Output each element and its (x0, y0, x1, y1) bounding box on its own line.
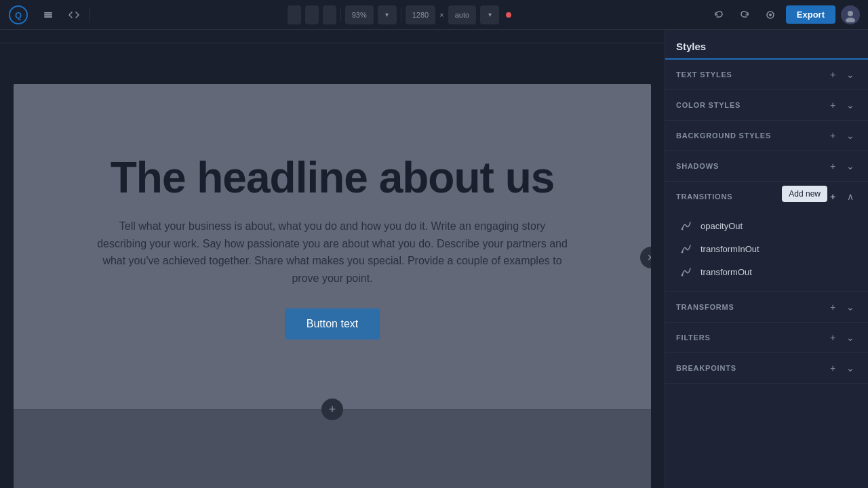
svg-rect-3 (44, 14, 52, 16)
section-filters: FILTERS + ⌄ (665, 323, 868, 353)
canvas-height-value: auto (455, 11, 469, 19)
color-styles-collapse-btn[interactable]: ⌄ (844, 98, 857, 112)
svg-point-7 (848, 11, 853, 16)
breakpoints-collapse-btn[interactable]: ⌄ (844, 361, 857, 375)
code-icon-btn[interactable] (64, 5, 84, 25)
section-breakpoints: BREAKPOINTS + ⌄ (665, 353, 868, 384)
zoom-control[interactable]: 93% (345, 5, 374, 24)
svg-rect-2 (44, 12, 52, 14)
section-text-styles-label: TEXT STYLES (676, 70, 732, 79)
ruler-horizontal (0, 30, 665, 43)
shadows-collapse-btn[interactable]: ⌄ (844, 159, 857, 173)
canvas-area: The headline about us Tell what your bus… (0, 30, 665, 488)
transition-item-transform-in-out[interactable]: transformInOut (676, 237, 857, 260)
svg-rect-4 (44, 16, 52, 18)
filters-collapse-btn[interactable]: ⌄ (844, 331, 857, 344)
breadcrumb-2[interactable] (305, 5, 319, 24)
hero-cta-button[interactable]: Button text (285, 308, 380, 340)
breakpoints-actions: + ⌄ (826, 361, 857, 375)
transforms-collapse-btn[interactable]: ⌄ (844, 300, 857, 314)
color-styles-actions: + ⌄ (826, 98, 857, 112)
section-background-styles-header[interactable]: BACKGROUND STYLES + ⌄ (665, 121, 868, 150)
hero-headline: The headline about us (111, 154, 555, 201)
svg-point-11 (682, 274, 684, 277)
main-area: The headline about us Tell what your bus… (0, 30, 868, 488)
breakpoints-add-btn[interactable]: + (826, 361, 840, 375)
transition-transform-out-icon (679, 264, 694, 279)
canvas-height-control[interactable]: auto (448, 5, 476, 24)
logo: Q (8, 5, 28, 25)
section-transitions: TRANSITIONS Add new + ∧ (665, 182, 868, 292)
preview-btn[interactable] (760, 5, 781, 25)
filters-actions: + ⌄ (826, 331, 857, 344)
page-canvas: The headline about us Tell what your bus… (14, 84, 651, 488)
export-btn[interactable]: Export (786, 5, 835, 24)
section-shadows-header[interactable]: SHADOWS + ⌄ (665, 151, 868, 181)
section-transforms-label: TRANSFORMS (676, 303, 734, 311)
transition-transform-out-label: transformOut (701, 267, 752, 277)
topbar-center: 93% ▾ 1280 × auto ▾ (96, 5, 703, 24)
status-indicator (506, 12, 511, 18)
divider-2 (340, 8, 341, 22)
section-transforms: TRANSFORMS + ⌄ (665, 292, 868, 323)
add-section-below-btn[interactable]: + (321, 399, 343, 420)
canvas-sep: × (439, 11, 443, 19)
section-background-styles: BACKGROUND STYLES + ⌄ (665, 121, 868, 151)
transition-item-transform-out[interactable]: transformOut (676, 260, 857, 283)
transforms-actions: + ⌄ (826, 300, 857, 314)
canvas-content: The headline about us Tell what your bus… (0, 43, 665, 488)
text-styles-actions: + ⌄ (826, 68, 857, 81)
color-styles-add-btn[interactable]: + (826, 98, 840, 112)
section-transitions-label: TRANSITIONS (676, 192, 732, 201)
hero-body-text: Tell what your business is about, what y… (95, 218, 570, 287)
svg-point-9 (682, 228, 684, 230)
redo-btn[interactable] (734, 5, 755, 25)
text-styles-collapse-btn[interactable]: ⌄ (844, 68, 857, 81)
svg-point-6 (769, 14, 772, 16)
section-shadows-label: SHADOWS (676, 162, 719, 170)
divider-1 (90, 8, 90, 22)
section-filters-header[interactable]: FILTERS + ⌄ (665, 323, 868, 352)
panel-title: Styles (676, 41, 706, 52)
section-breakpoints-header[interactable]: BREAKPOINTS + ⌄ (665, 353, 868, 383)
section-color-styles-header[interactable]: COLOR STYLES + ⌄ (665, 90, 868, 120)
section-transitions-header[interactable]: TRANSITIONS Add new + ∧ (665, 182, 868, 211)
topbar-right: Export (709, 5, 860, 25)
transition-transform-in-out-label: transformInOut (701, 244, 760, 254)
svg-point-10 (682, 251, 684, 253)
breadcrumb-3[interactable] (323, 5, 336, 24)
section-color-styles-label: COLOR STYLES (676, 101, 741, 109)
filters-add-btn[interactable]: + (826, 331, 840, 344)
svg-point-8 (846, 18, 855, 22)
bottom-section (14, 409, 651, 488)
shadows-add-btn[interactable]: + (826, 159, 840, 173)
shadows-actions: + ⌄ (826, 159, 857, 173)
background-styles-actions: + ⌄ (826, 129, 857, 142)
canvas-width-value: 1280 (412, 11, 429, 19)
section-transforms-header[interactable]: TRANSFORMS + ⌄ (665, 292, 868, 322)
text-styles-add-btn[interactable]: + (826, 68, 840, 81)
hero-section[interactable]: The headline about us Tell what your bus… (14, 84, 651, 409)
background-styles-collapse-btn[interactable]: ⌄ (844, 129, 857, 142)
section-breakpoints-label: BREAKPOINTS (676, 364, 736, 372)
section-text-styles: TEXT STYLES + ⌄ (665, 60, 868, 90)
transitions-add-btn[interactable]: + (826, 190, 840, 203)
transitions-body: opacityOut transformInOut (665, 211, 868, 291)
transition-item-opacity-out[interactable]: opacityOut (676, 214, 857, 237)
svg-text:Q: Q (15, 10, 22, 20)
transitions-collapse-btn[interactable]: ∧ (844, 190, 857, 203)
transition-opacity-out-label: opacityOut (701, 221, 743, 231)
transforms-add-btn[interactable]: + (826, 300, 840, 314)
section-close-btn[interactable]: ✕ (640, 247, 651, 268)
layers-icon-btn[interactable] (38, 5, 58, 25)
canvas-width-control[interactable]: 1280 (406, 5, 435, 24)
undo-btn[interactable] (709, 5, 729, 25)
height-dropdown[interactable]: ▾ (480, 5, 499, 24)
breadcrumb-1[interactable] (288, 5, 301, 24)
transition-opacity-out-icon (679, 218, 694, 233)
avatar (841, 5, 860, 24)
zoom-dropdown[interactable]: ▾ (378, 5, 397, 24)
section-text-styles-header[interactable]: TEXT STYLES + ⌄ (665, 60, 868, 89)
zoom-value: 93% (352, 11, 367, 19)
background-styles-add-btn[interactable]: + (826, 129, 840, 142)
